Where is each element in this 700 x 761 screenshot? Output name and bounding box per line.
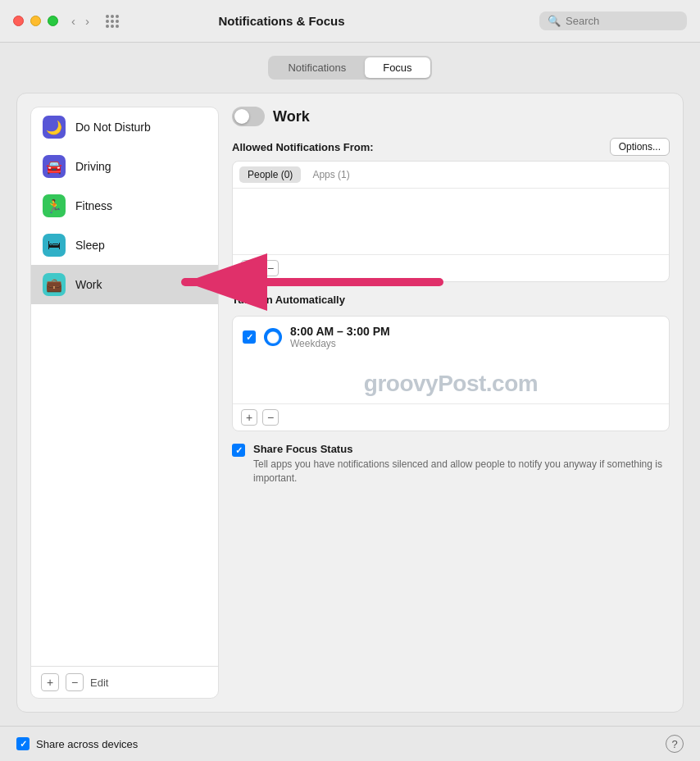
auto-section: Turn On Automatically 8:00 AM – 3:00 PM … xyxy=(232,294,670,431)
titlebar: ‹ › Notifications & Focus 🔍 xyxy=(0,0,700,43)
page-title: Notifications & Focus xyxy=(34,14,530,28)
add-schedule-button[interactable]: + xyxy=(241,409,257,426)
auto-section-label: Turn On Automatically xyxy=(232,294,670,306)
left-panel-footer: + − Edit xyxy=(31,666,218,698)
share-focus-checkbox[interactable] xyxy=(232,444,245,457)
auto-box: 8:00 AM – 3:00 PM Weekdays groovyPost.co… xyxy=(232,316,670,431)
share-focus-desc: Tell apps you have notifications silence… xyxy=(253,458,670,485)
work-toggle[interactable] xyxy=(232,107,265,126)
content-body: 🌙 Do Not Disturb 🚘 Driving 🏃 Fitness 🛏 S… xyxy=(16,93,684,713)
schedule-time: 8:00 AM – 3:00 PM xyxy=(290,325,390,338)
tab-notifications[interactable]: Notifications xyxy=(270,57,364,78)
watermark: groovyPost.com xyxy=(233,358,669,403)
search-input[interactable] xyxy=(566,15,664,27)
focus-item-sleep[interactable]: 🛏 Sleep xyxy=(31,226,218,265)
focus-item-fitness[interactable]: 🏃 Fitness xyxy=(31,186,218,226)
left-panel: 🌙 Do Not Disturb 🚘 Driving 🏃 Fitness 🛏 S… xyxy=(30,107,219,699)
focus-item-driving[interactable]: 🚘 Driving xyxy=(31,147,218,186)
work-label: Work xyxy=(75,278,102,291)
edit-focus-button[interactable]: Edit xyxy=(90,677,108,689)
dnd-label: Do Not Disturb xyxy=(75,121,151,134)
share-focus-text: Share Focus Status Tell apps you have no… xyxy=(253,443,670,485)
focus-item-work[interactable]: 💼 Work xyxy=(31,265,218,304)
sleep-icon: 🛏 xyxy=(43,234,66,257)
auto-footer: + − xyxy=(233,403,669,431)
sleep-label: Sleep xyxy=(75,239,105,252)
add-focus-button[interactable]: + xyxy=(41,673,59,691)
work-icon: 💼 xyxy=(43,273,66,296)
remove-focus-button[interactable]: − xyxy=(66,673,84,691)
allowed-content xyxy=(233,189,669,254)
search-box[interactable]: 🔍 xyxy=(539,11,687,30)
allowed-footer: + − xyxy=(233,254,669,281)
tab-focus[interactable]: Focus xyxy=(365,57,430,78)
schedule-text: 8:00 AM – 3:00 PM Weekdays xyxy=(290,325,390,349)
allowed-label: Allowed Notifications From: Options... xyxy=(232,138,670,156)
work-title: Work xyxy=(273,108,310,125)
share-focus: Share Focus Status Tell apps you have no… xyxy=(232,443,670,485)
close-button[interactable] xyxy=(13,16,24,26)
tab-people[interactable]: People (0) xyxy=(239,166,301,183)
focus-item-dnd[interactable]: 🌙 Do Not Disturb xyxy=(31,107,218,147)
focus-list: 🌙 Do Not Disturb 🚘 Driving 🏃 Fitness 🛏 S… xyxy=(31,107,218,666)
allowed-tabs: People (0) Apps (1) xyxy=(233,162,669,189)
remove-schedule-button[interactable]: − xyxy=(262,409,279,426)
share-devices-label: Share across devices xyxy=(36,738,138,750)
help-button[interactable]: ? xyxy=(666,735,684,753)
search-icon: 🔍 xyxy=(548,15,561,27)
share-focus-title: Share Focus Status xyxy=(253,443,670,455)
driving-icon: 🚘 xyxy=(43,155,66,178)
add-allowed-button[interactable]: + xyxy=(241,260,257,276)
fitness-icon: 🏃 xyxy=(43,194,66,217)
right-panel: Work Allowed Notifications From: Options… xyxy=(232,107,670,699)
fitness-label: Fitness xyxy=(75,199,112,212)
toggle-knob xyxy=(234,109,249,124)
clock-icon xyxy=(264,328,282,346)
bottom-bar: Share across devices ? xyxy=(0,726,700,761)
tab-apps[interactable]: Apps (1) xyxy=(304,166,357,183)
allowed-section: Allowed Notifications From: Options... P… xyxy=(232,138,670,282)
options-button[interactable]: Options... xyxy=(610,138,670,156)
main-content: Notifications Focus 🌙 Do Not Disturb 🚘 D… xyxy=(0,43,700,726)
driving-label: Driving xyxy=(75,160,111,173)
schedule-checkbox[interactable] xyxy=(243,330,256,344)
work-header: Work xyxy=(232,107,670,126)
schedule-item[interactable]: 8:00 AM – 3:00 PM Weekdays xyxy=(233,317,669,358)
schedule-days: Weekdays xyxy=(290,338,390,349)
allowed-box: People (0) Apps (1) + − xyxy=(232,161,670,282)
share-devices-checkbox[interactable] xyxy=(16,737,30,750)
remove-allowed-button[interactable]: − xyxy=(262,260,279,276)
segment-control: Notifications Focus xyxy=(268,56,431,80)
share-devices: Share across devices xyxy=(16,737,138,750)
dnd-icon: 🌙 xyxy=(43,116,66,139)
